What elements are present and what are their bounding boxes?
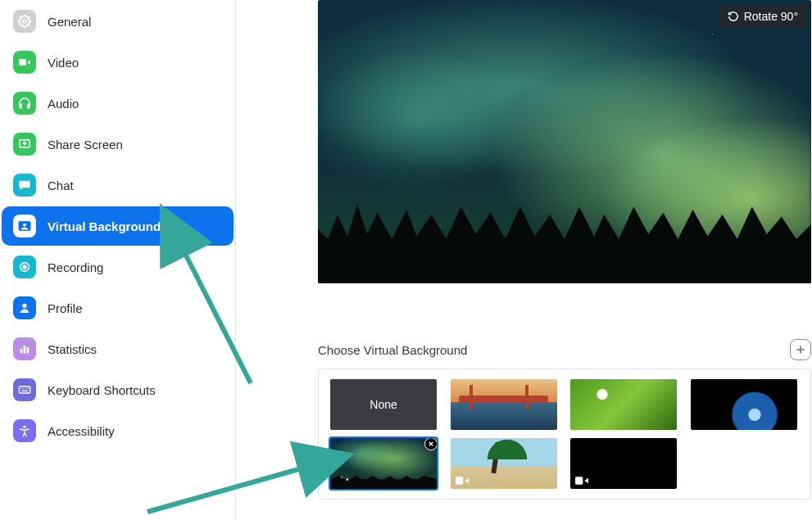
virtual-background-icon: [13, 215, 36, 237]
svg-rect-14: [456, 477, 463, 484]
profile-icon: [13, 296, 36, 319]
keyboard-icon: [13, 378, 36, 401]
rotate-label: Rotate 90°: [744, 10, 798, 23]
sidebar-item-label: Chat: [48, 179, 74, 192]
sidebar-item-audio[interactable]: Audio: [2, 84, 234, 123]
background-option-bridge[interactable]: [451, 379, 557, 430]
sidebar-item-label: Accessibility: [48, 424, 115, 438]
video-icon: [335, 476, 348, 486]
sidebar-item-label: Keyboard Shortcuts: [48, 383, 156, 397]
sidebar-item-virtual-background[interactable]: Virtual Background: [2, 206, 234, 246]
svg-rect-15: [575, 477, 583, 484]
plus-icon: [795, 344, 806, 355]
sidebar-item-label: Video: [48, 56, 79, 70]
close-icon: [428, 441, 434, 447]
accessibility-icon: [13, 419, 36, 442]
sidebar-item-label: Audio: [48, 97, 79, 111]
sidebar-item-profile[interactable]: Profile: [2, 288, 234, 328]
background-thumbnails: None: [318, 369, 811, 500]
video-icon: [575, 476, 588, 486]
sidebar-item-label: Recording: [48, 260, 103, 274]
rotate-icon: [728, 11, 739, 22]
sidebar-item-share-screen[interactable]: Share Screen: [2, 124, 234, 164]
chat-icon: [13, 174, 36, 197]
sidebar-item-statistics[interactable]: Statistics: [2, 329, 234, 369]
choose-background-header: Choose Virtual Background: [318, 339, 811, 360]
preview-image: Rotate 90°: [318, 0, 811, 283]
sidebar-item-label: General: [48, 15, 91, 29]
background-option-beach[interactable]: [451, 438, 557, 489]
svg-rect-9: [24, 346, 26, 353]
background-option-black[interactable]: [570, 438, 677, 489]
svg-point-6: [23, 265, 26, 269]
svg-point-0: [23, 20, 26, 23]
sidebar-item-video[interactable]: Video: [2, 43, 234, 82]
svg-rect-13: [335, 477, 342, 484]
gear-icon: [13, 10, 36, 33]
statistics-icon: [13, 337, 36, 360]
section-title: Choose Virtual Background: [318, 343, 467, 357]
sidebar-item-accessibility[interactable]: Accessibility: [2, 411, 234, 450]
sidebar-item-label: Profile: [48, 301, 83, 315]
svg-rect-8: [20, 349, 23, 353]
sidebar-item-label: Virtual Background: [48, 219, 161, 233]
svg-rect-11: [19, 387, 29, 393]
svg-point-12: [23, 426, 25, 428]
share-screen-icon: [13, 133, 36, 156]
none-label: None: [370, 398, 397, 411]
sidebar-item-label: Statistics: [48, 342, 97, 356]
background-option-earth[interactable]: [691, 379, 797, 430]
background-option-none[interactable]: None: [330, 379, 437, 430]
svg-point-4: [23, 224, 26, 227]
svg-rect-1: [19, 59, 26, 66]
video-icon: [13, 51, 36, 74]
sidebar-item-general[interactable]: General: [2, 2, 234, 41]
recording-icon: [13, 255, 36, 278]
rotate-90-button[interactable]: Rotate 90°: [719, 5, 806, 28]
svg-rect-10: [27, 347, 29, 353]
sidebar-item-keyboard-shortcuts[interactable]: Keyboard Shortcuts: [2, 370, 234, 409]
video-icon: [456, 476, 469, 486]
background-option-aurora[interactable]: [330, 438, 437, 489]
sidebar-item-chat[interactable]: Chat: [2, 165, 234, 205]
background-option-grass[interactable]: [570, 379, 677, 430]
background-preview: Rotate 90°: [318, 0, 811, 283]
sidebar-item-recording[interactable]: Recording: [2, 247, 234, 287]
headphones-icon: [13, 92, 36, 115]
sidebar-item-label: Share Screen: [48, 138, 123, 151]
settings-sidebar: General Video Audio Share Screen Chat Vi…: [0, 0, 236, 520]
svg-point-7: [22, 304, 26, 308]
add-background-button[interactable]: [790, 339, 811, 360]
remove-background-button[interactable]: [424, 438, 437, 450]
